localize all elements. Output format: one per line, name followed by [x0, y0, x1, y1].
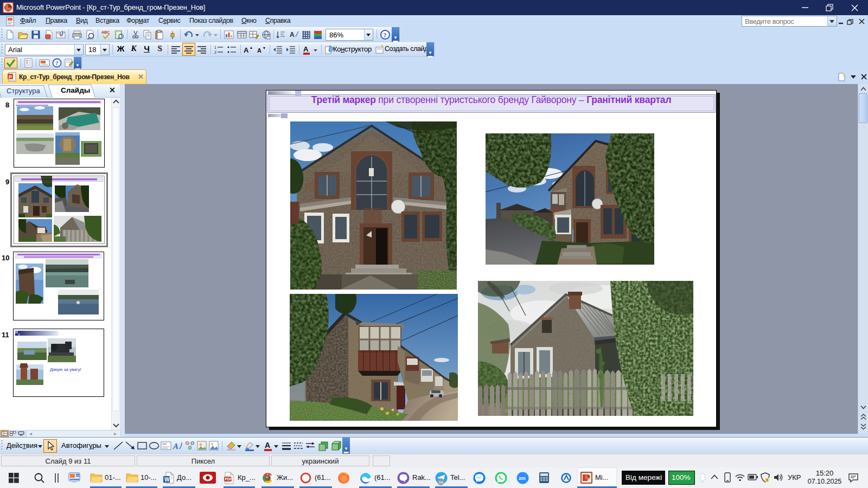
svg-text:1: 1 — [214, 46, 216, 49]
svg-text:2: 2 — [214, 50, 216, 54]
svg-text:W: W — [164, 477, 170, 483]
svg-text:A: A — [290, 31, 295, 38]
svg-text:Дякую за увагу!: Дякую за увагу! — [50, 367, 81, 372]
svg-text:A: A — [257, 47, 261, 54]
svg-text:A: A — [173, 442, 178, 451]
svg-text:A: A — [244, 46, 249, 54]
svg-text:A: A — [303, 45, 309, 53]
svg-text:ABC: ABC — [101, 30, 110, 34]
svg-text:?: ? — [384, 31, 387, 39]
svg-text:zm: zm — [519, 476, 526, 481]
svg-text:P: P — [9, 74, 12, 80]
svg-text:!: ! — [767, 478, 768, 482]
svg-text:34: 34 — [438, 480, 443, 485]
svg-text:A: A — [265, 441, 270, 450]
svg-text:PDF: PDF — [225, 477, 232, 481]
svg-text:?: ? — [55, 60, 59, 66]
